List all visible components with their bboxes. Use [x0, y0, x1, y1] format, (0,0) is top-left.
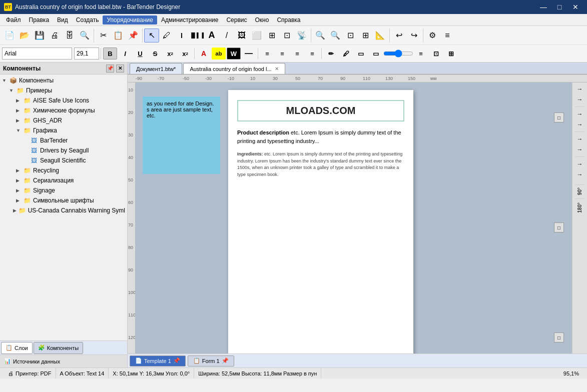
print-button[interactable]: 🖨: [47, 28, 62, 42]
subscript-button[interactable]: x2: [163, 48, 177, 60]
tree-item-us-canada[interactable]: ▶ 📁 US-Canada Cannabis Warning Syml: [0, 206, 127, 216]
menu-service[interactable]: Сервис: [222, 16, 251, 24]
font-color-button[interactable]: A: [197, 48, 211, 60]
close-button[interactable]: ✕: [568, 2, 583, 12]
tree-item-signage[interactable]: ▶ 📁 Signage: [0, 186, 127, 196]
new-button[interactable]: 📄: [2, 28, 17, 42]
us-canada-arrow[interactable]: ▶: [13, 208, 19, 213]
undo-button[interactable]: ↩: [391, 28, 406, 42]
zoom-in-button[interactable]: 🔍: [313, 28, 328, 42]
format-extra5[interactable]: ≡: [414, 48, 428, 60]
tree-view[interactable]: ▼ 📦 Компоненты ▼ 📁 Примеры ▶ 📁 AISE Safe…: [0, 74, 127, 340]
menu-window[interactable]: Окно: [251, 16, 273, 24]
opacity-slider[interactable]: [383, 50, 413, 58]
rfid-tool[interactable]: 📡: [294, 28, 309, 42]
tree-item-symbol-fonts[interactable]: ▶ 📁 Символьные шрифты: [0, 196, 127, 206]
italic-button[interactable]: I: [118, 48, 132, 60]
align-justify-button[interactable]: ≡: [305, 48, 319, 60]
tree-item-graphics[interactable]: ▼ 📁 Графика: [0, 126, 127, 136]
zoom-100-button[interactable]: ⊞: [358, 28, 373, 42]
tree-item-bartender[interactable]: ▶ 🖼 BarTender: [0, 136, 127, 146]
menu-edit[interactable]: Правка: [25, 16, 54, 24]
superscript-button[interactable]: x2: [178, 48, 192, 60]
underline-button[interactable]: U: [133, 48, 147, 60]
menu-arrange[interactable]: Упорядочивание: [103, 16, 157, 24]
open-button[interactable]: 📂: [17, 28, 32, 42]
graphics-arrow[interactable]: ▼: [16, 128, 23, 133]
tree-item-serial[interactable]: ▶ 📁 Сериализация: [0, 176, 127, 186]
symbol-arrow[interactable]: ▶: [16, 198, 23, 203]
rp-arrow-mid2[interactable]: →: [576, 120, 584, 129]
panel-close-button[interactable]: ✕: [116, 64, 124, 72]
text-large-tool[interactable]: A: [204, 28, 219, 42]
rp-arrow-low2[interactable]: →: [576, 145, 584, 154]
preview-button[interactable]: 🔍: [77, 28, 92, 42]
menu-view[interactable]: Вид: [53, 16, 72, 24]
minimize-button[interactable]: —: [536, 2, 551, 12]
rp-arrow-up2[interactable]: →: [576, 95, 584, 104]
menu-file[interactable]: Файл: [2, 16, 25, 24]
format-extra2[interactable]: 🖊: [339, 48, 353, 60]
text-bg-button[interactable]: W: [227, 48, 241, 60]
rp-arrow-up[interactable]: →: [576, 84, 584, 94]
rp-arrow-bot[interactable]: →: [576, 160, 584, 168]
tree-item-aise[interactable]: ▶ 📁 AISE Safe Use Icons: [0, 96, 127, 106]
database-button[interactable]: 🗄: [62, 28, 77, 42]
properties-button[interactable]: ⚙: [425, 28, 440, 42]
format-extra6[interactable]: ⊡: [429, 48, 443, 60]
recycling-arrow[interactable]: ▶: [16, 168, 23, 173]
tab-close-icon[interactable]: ✕: [275, 66, 279, 72]
examples-arrow[interactable]: ▼: [9, 88, 16, 93]
redo-button[interactable]: ↪: [406, 28, 421, 42]
zoom-fit-button[interactable]: ⊡: [343, 28, 358, 42]
rp-arrow-bot2[interactable]: →: [576, 170, 584, 179]
template1-tab[interactable]: 📄 Template 1 📌: [130, 356, 186, 366]
copy-button[interactable]: 📋: [111, 28, 126, 42]
serial-arrow[interactable]: ▶: [16, 178, 23, 183]
rp-arrow-low[interactable]: →: [576, 134, 584, 144]
bold-button[interactable]: B: [103, 48, 117, 60]
font-name-input[interactable]: [2, 48, 72, 60]
align-left-button[interactable]: ≡: [260, 48, 274, 60]
grid-tool[interactable]: ⊡: [279, 28, 294, 42]
layers-tab[interactable]: 📋 Слои: [1, 342, 33, 354]
align-right-button[interactable]: ≡: [290, 48, 304, 60]
image-tool[interactable]: 🖼: [234, 28, 249, 42]
paste-button[interactable]: 📌: [126, 28, 141, 42]
table-tool[interactable]: ⊞: [264, 28, 279, 42]
align-center-button[interactable]: ≡: [275, 48, 289, 60]
tree-item-ghs[interactable]: ▶ 📁 GHS_ADR: [0, 116, 127, 126]
tree-item-recycling[interactable]: ▶ 📁 Recycling: [0, 166, 127, 176]
tab-document1[interactable]: Документ1.btw*: [130, 63, 182, 74]
form1-tab[interactable]: 📋 Form 1 📌: [188, 356, 234, 366]
tree-item-seagull[interactable]: ▶ 🖼 Seagull Scientific: [0, 156, 127, 166]
ruler-button[interactable]: 📐: [373, 28, 388, 42]
highlight-button[interactable]: ab: [212, 48, 226, 60]
rp-arrow-mid[interactable]: →: [576, 110, 584, 118]
paint-tool[interactable]: 🖊: [159, 28, 174, 42]
tree-item-drivers[interactable]: ▶ 🖼 Drivers by Seagull: [0, 146, 127, 156]
shape-tool[interactable]: ⬜: [249, 28, 264, 42]
zoom-out-button[interactable]: 🔍: [328, 28, 343, 42]
root-arrow[interactable]: ▼: [2, 78, 9, 83]
line-button[interactable]: —: [242, 48, 256, 60]
signage-arrow[interactable]: ▶: [16, 188, 23, 193]
font-size-input[interactable]: [74, 48, 99, 60]
components-tab[interactable]: 🧩 Компоненты: [34, 342, 83, 354]
format-extra1[interactable]: ✏: [324, 48, 338, 60]
save-button[interactable]: 💾: [32, 28, 47, 42]
ghs-arrow[interactable]: ▶: [16, 118, 23, 123]
tree-root[interactable]: ▼ 📦 Компоненты: [0, 76, 127, 86]
cut-button[interactable]: ✂: [96, 28, 111, 42]
line-tool[interactable]: /: [219, 28, 234, 42]
panel-pin-button[interactable]: 📌: [106, 64, 114, 72]
design-canvas[interactable]: as you need for ate Design. s area are j…: [136, 82, 572, 354]
label-document[interactable]: MLOADS.COM Product description etc. Lore…: [228, 90, 413, 354]
tree-item-examples[interactable]: ▼ 📁 Примеры: [0, 86, 127, 96]
chem-arrow[interactable]: ▶: [16, 108, 23, 113]
select-tool[interactable]: ↖: [144, 28, 159, 42]
menu-create[interactable]: Создать: [72, 16, 103, 24]
aise-arrow[interactable]: ▶: [16, 98, 23, 103]
format-extra3[interactable]: ▭: [354, 48, 368, 60]
maximize-button[interactable]: □: [552, 2, 567, 12]
